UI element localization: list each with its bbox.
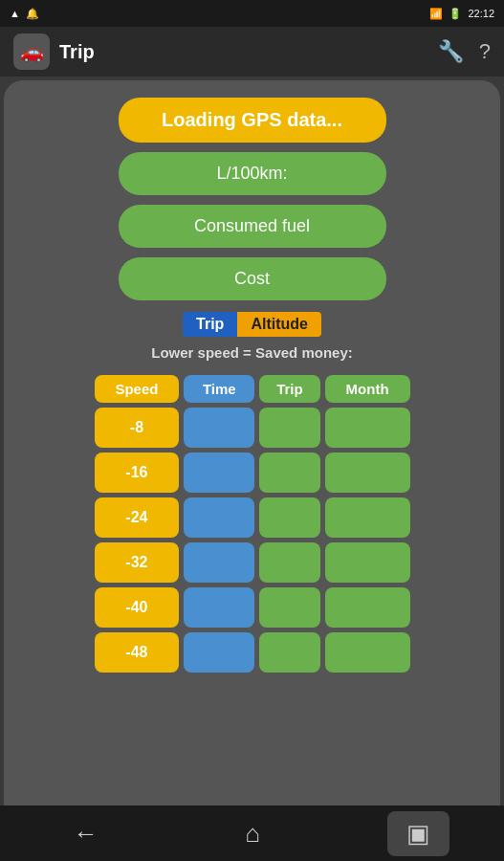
settings-icon[interactable]: 🔧	[438, 39, 464, 64]
table-row: -48	[95, 632, 410, 673]
notification-icon: 🔔	[26, 8, 39, 20]
help-icon[interactable]: ?	[479, 39, 491, 64]
header-time: Time	[184, 375, 254, 403]
cell-time-4	[184, 587, 254, 628]
cell-trip-4	[259, 587, 319, 628]
battery-icon: 🔋	[449, 8, 462, 20]
tab-altitude[interactable]: Altitude	[237, 312, 321, 337]
cell-trip-0	[259, 408, 319, 448]
speed-table: Speed Time Trip Month -8-16-24-32-40-48	[90, 370, 415, 677]
cell-trip-2	[259, 497, 319, 538]
cell-speed-3: -32	[95, 542, 180, 583]
cell-time-1	[184, 453, 254, 493]
table-row: -40	[95, 587, 410, 628]
cell-time-2	[184, 497, 254, 538]
time-display: 22:12	[468, 8, 494, 19]
app-icon: 🚗	[13, 33, 50, 70]
cell-month-4	[325, 587, 410, 628]
back-button[interactable]: ←	[55, 811, 118, 856]
cell-speed-2: -24	[95, 497, 180, 538]
cell-trip-3	[259, 542, 319, 583]
main-content: Loading GPS data... L/100km: Consumed fu…	[4, 80, 500, 806]
status-left: ▲ 🔔	[10, 8, 39, 20]
header-month: Month	[325, 375, 410, 403]
cell-time-0	[184, 408, 254, 448]
home-button[interactable]: ⌂	[226, 811, 279, 856]
car-icon: 🚗	[20, 40, 44, 63]
cost-button[interactable]: Cost	[119, 257, 386, 300]
cell-month-2	[325, 497, 410, 538]
header-speed: Speed	[95, 375, 180, 403]
status-right: 📶 🔋 22:12	[429, 8, 494, 20]
app-title: Trip	[59, 41, 95, 63]
table-row: -32	[95, 542, 410, 583]
alert-icon: ▲	[10, 8, 20, 19]
cell-month-1	[325, 453, 410, 493]
recents-button[interactable]: ▣	[387, 811, 449, 856]
bottom-nav: ← ⌂ ▣	[0, 806, 504, 861]
tab-trip[interactable]: Trip	[183, 312, 237, 337]
cell-trip-5	[259, 632, 319, 673]
fuel-button[interactable]: L/100km:	[119, 152, 386, 195]
cell-speed-0: -8	[95, 408, 180, 448]
cell-month-0	[325, 408, 410, 448]
status-bar: ▲ 🔔 📶 🔋 22:12	[0, 0, 504, 27]
wifi-icon: 📶	[429, 8, 443, 20]
title-left: 🚗 Trip	[13, 33, 95, 70]
table-row: -8	[95, 408, 410, 448]
cell-speed-1: -16	[95, 453, 180, 493]
cell-month-3	[325, 542, 410, 583]
cell-trip-1	[259, 453, 319, 493]
cell-time-5	[184, 632, 254, 673]
title-bar: 🚗 Trip 🔧 ?	[0, 27, 504, 77]
cell-time-3	[184, 542, 254, 583]
title-right: 🔧 ?	[438, 39, 491, 64]
consumed-button[interactable]: Consumed fuel	[119, 205, 386, 248]
lower-speed-label: Lower speed = Saved money:	[151, 344, 353, 361]
gps-button[interactable]: Loading GPS data...	[119, 98, 386, 143]
table-row: -24	[95, 497, 410, 538]
table-row: -16	[95, 453, 410, 493]
cell-speed-4: -40	[95, 587, 180, 628]
cell-speed-5: -48	[95, 632, 180, 673]
tabs-row: Trip Altitude	[183, 312, 321, 337]
cell-month-5	[325, 632, 410, 673]
header-trip: Trip	[259, 375, 319, 403]
